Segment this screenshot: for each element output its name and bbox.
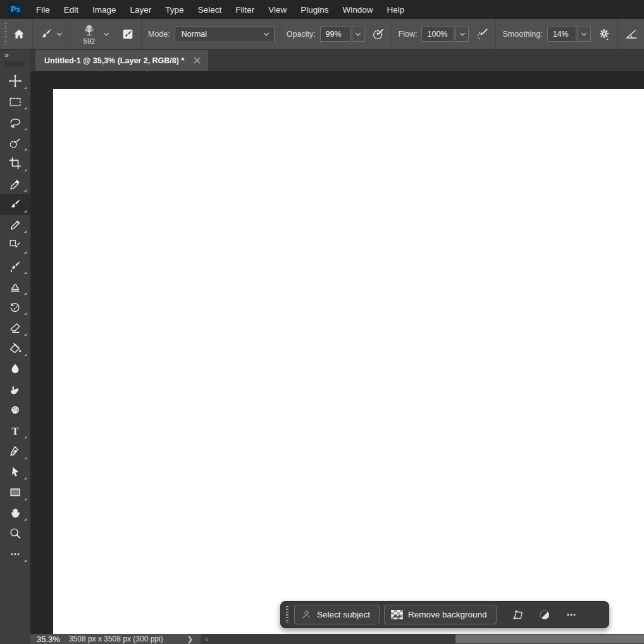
blur-tool[interactable] [0,359,30,380]
menu-edit[interactable]: Edit [57,0,85,19]
opacity-field[interactable]: 99% [320,27,350,42]
options-bar-grip[interactable] [4,23,7,45]
menu-window[interactable]: Window [335,0,380,19]
menu-image[interactable]: Image [85,0,123,19]
bottom-left-corner [0,634,30,644]
hand-tool[interactable] [0,503,30,524]
task-bar-more-button[interactable] [562,605,581,624]
person-icon [301,609,312,620]
flyout-triangle-icon [24,518,27,521]
tool-rail-grip[interactable] [5,61,24,67]
document-tab-strip: Untitled-1 @ 35,3% (Layer 2, RGB/8) * [30,50,644,71]
paint-bucket-tool[interactable] [0,338,30,359]
flow-dropdown-button[interactable] [455,27,469,42]
eraser-tool[interactable] [0,318,30,338]
rectangular-marquee-tool[interactable] [0,92,30,113]
history-brush-tool[interactable] [0,297,30,318]
flow-field[interactable]: 100% [421,27,454,42]
opacity-dropdown-button[interactable] [352,27,365,42]
selection-brush-tool[interactable] [0,133,30,154]
flyout-triangle-icon [24,313,27,315]
menu-help[interactable]: Help [380,0,411,19]
tool-rail-header: » [0,50,30,71]
flow-label: Flow: [399,30,418,39]
home-icon[interactable] [11,26,27,42]
sponge-tool[interactable] [0,400,30,421]
brush-preset-picker[interactable]: 592 [78,23,101,45]
scroll-left-chevron-icon[interactable]: ‹ [201,635,213,643]
crop-tool[interactable] [0,153,30,174]
gear-icon[interactable] [596,26,612,42]
brush-tool-preset-icon[interactable] [38,26,54,42]
zoom-level-field[interactable]: 35.3% [30,635,69,644]
brush-angle-icon[interactable] [623,26,640,42]
separator [617,19,618,49]
contextual-task-bar: Select subjectRemove background [280,601,609,628]
button-label: Select subject [317,610,370,619]
photoshop-logo-icon: Ps [8,3,23,17]
menu-plugins[interactable]: Plugins [294,0,335,19]
tree-brush-preview-icon [82,23,97,37]
separator [280,19,280,49]
document-tab-title: Untitled-1 @ 35,3% (Layer 2, RGB/8) * [44,56,184,65]
horizontal-scrollbar-thumb[interactable] [455,635,644,643]
mode-label: Mode: [148,30,170,39]
flyout-triangle-icon [24,189,27,192]
adjustment-brush-tool[interactable] [0,235,30,256]
type-tool[interactable]: T [0,421,30,442]
chevron-down-icon[interactable] [54,26,65,42]
select-subject-button[interactable]: Select subject [294,605,380,624]
task-bar-drag-handle[interactable] [286,606,288,623]
zoom-tool[interactable] [0,523,30,544]
smoothing-dropdown-button[interactable] [578,27,591,42]
airbrush-icon[interactable] [474,26,490,42]
lasso-tool[interactable] [0,112,30,133]
edit-toolbar-button[interactable] [0,544,30,565]
flyout-triangle-icon [24,333,27,336]
flyout-triangle-icon [24,210,27,213]
separator [495,19,496,49]
menu-view[interactable]: View [261,0,294,19]
status-bar: 35.3% 3508 px x 3508 px (300 ppi) ❯ ‹ [30,634,644,644]
move-tool[interactable] [0,71,30,92]
smudge-tool[interactable] [0,380,30,400]
brush-size-value: 592 [84,38,95,45]
flyout-triangle-icon [24,436,27,438]
tool-options-bar: 592 Mode: Normal Opacity: 99% Flow: 100%… [0,19,644,50]
document-tab[interactable]: Untitled-1 @ 35,3% (Layer 2, RGB/8) * [35,50,208,71]
flyout-triangle-icon [24,498,27,500]
pressure-opacity-icon[interactable] [370,26,387,42]
opacity-label: Opacity: [287,30,316,39]
pencil-tool[interactable] [0,215,30,236]
menu-type[interactable]: Type [158,0,190,19]
flyout-triangle-icon [24,230,27,233]
remove-background-button[interactable]: Remove background [384,605,497,624]
status-expand-chevron-icon[interactable]: ❯ [180,635,201,643]
document-canvas[interactable] [53,89,644,634]
flyout-triangle-icon [24,107,27,109]
eyedropper-tool[interactable] [0,174,30,195]
flyout-triangle-icon [24,271,27,274]
smoothing-field[interactable]: 14% [547,27,576,42]
rectangle-tool[interactable] [0,482,30,503]
brush-tool[interactable] [0,194,30,215]
chevron-down-icon[interactable] [101,26,112,42]
menu-file[interactable]: File [29,0,57,19]
blend-mode-select[interactable]: Normal [175,26,275,42]
pen-tool[interactable] [0,441,30,462]
toggle-brush-settings-panel-button[interactable] [120,26,136,42]
toolbar: T [0,71,30,644]
smoothing-label: Smoothing: [502,30,542,39]
menu-layer[interactable]: Layer [123,0,159,19]
flyout-triangle-icon [24,128,27,130]
close-tab-icon[interactable] [192,56,202,66]
menu-select[interactable]: Select [191,0,229,19]
clone-stamp-tool[interactable] [0,276,30,297]
collapse-panels-icon[interactable]: » [4,51,8,59]
path-selection-tool[interactable] [0,462,30,483]
image-checker-icon [391,610,403,619]
transform-image-button[interactable] [509,605,528,624]
adjustments-button[interactable] [535,605,554,624]
mixer-brush-tool[interactable] [0,256,30,277]
menu-filter[interactable]: Filter [228,0,261,19]
